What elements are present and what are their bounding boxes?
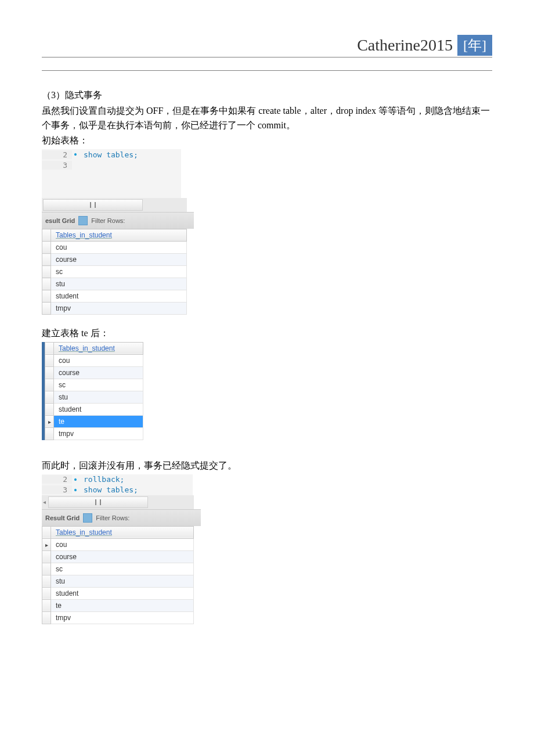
table-cell[interactable]: sc [51,266,187,278]
filter-rows-label: Filter Rows: [91,217,125,224]
table-cell[interactable]: cou [51,242,187,254]
row-header[interactable] [45,427,54,440]
table-cell[interactable]: te [54,415,143,427]
table-cell[interactable]: course [51,254,187,266]
line-number: 2 [42,150,72,159]
row-header[interactable] [45,415,54,427]
table-row[interactable]: course [42,254,187,266]
row-header[interactable] [42,587,51,599]
header-divider [42,70,492,71]
row-header[interactable] [42,278,51,290]
row-header[interactable] [42,254,51,266]
row-header[interactable] [42,575,51,587]
row-header[interactable] [45,354,54,366]
row-header[interactable] [45,403,54,415]
table-cell[interactable]: student [51,587,194,599]
table-row[interactable]: cou [42,242,187,254]
result-grid-2: Tables_in_student coucoursescstustudentt… [45,342,143,440]
row-header[interactable] [42,266,51,278]
row-header[interactable] [42,538,51,550]
row-header[interactable] [42,290,51,303]
sql-editor-1: 2•show tables;3 [42,149,181,198]
row-header[interactable] [42,599,51,611]
table-cell[interactable]: stu [51,278,187,290]
corner-cell [42,526,51,538]
row-header[interactable] [42,550,51,563]
table-cell[interactable]: student [51,290,187,303]
column-header[interactable]: Tables_in_student [54,342,143,354]
screenshot-after-create: Tables_in_student coucoursescstustudentt… [42,342,492,440]
table-cell[interactable]: sc [51,563,194,575]
table-cell[interactable]: course [54,366,143,379]
result-grid-label: esult Grid [45,217,75,224]
sql-line: 2•show tables; [42,149,181,160]
result-grid-toolbar: esult Grid Filter Rows: [42,212,194,229]
grid-icon[interactable] [83,513,92,523]
table-cell[interactable]: cou [54,354,143,366]
page-header: Catherine2015 [年] [42,35,492,57]
table-cell[interactable]: sc [54,379,143,391]
table-row[interactable]: student [42,587,194,599]
table-row[interactable]: stu [42,575,194,587]
table-cell[interactable]: tmpv [54,427,143,440]
table-row[interactable]: tmpv [45,427,143,440]
table-row[interactable]: te [45,415,143,427]
result-grid-toolbar-3: Result Grid Filter Rows: [42,509,201,526]
sql-line: 3•show tables; [42,485,193,495]
line-number: 3 [42,485,72,494]
table-row[interactable]: stu [45,391,143,403]
row-header[interactable] [42,303,51,315]
breakpoint-dot-icon: • [72,477,79,483]
sql-code[interactable]: show tables; [79,485,138,494]
row-header[interactable] [45,391,54,403]
scrollbar-wrap [42,198,187,212]
grid-icon[interactable] [78,216,88,225]
label-after-rollback: 而此时，回滚并没有用，事务已经隐式提交了。 [42,459,492,473]
horizontal-scrollbar[interactable] [43,199,143,211]
row-header[interactable] [45,379,54,391]
sql-code[interactable]: rollback; [79,475,124,484]
table-row[interactable]: cou [45,354,143,366]
table-cell[interactable]: tmpv [51,611,194,624]
scrollbar-wrap-3: ◂ [42,495,194,509]
sql-line: 2•rollback; [42,474,193,485]
table-cell[interactable]: student [54,403,143,415]
row-header[interactable] [45,366,54,379]
line-number: 2 [42,475,72,484]
table-row[interactable]: student [45,403,143,415]
table-row[interactable]: tmpv [42,611,194,624]
table-cell[interactable]: stu [51,575,194,587]
table-cell[interactable]: course [51,550,194,563]
result-grid-label: Result Grid [45,514,80,521]
table-row[interactable]: sc [42,563,194,575]
row-header[interactable] [42,242,51,254]
table-cell[interactable]: cou [51,538,194,550]
line-number: 3 [42,161,72,170]
row-header[interactable] [42,611,51,624]
label-initial-table: 初始表格： [42,134,492,148]
sql-line: 3 [42,160,181,170]
sql-code[interactable]: show tables; [79,150,138,159]
table-row[interactable]: stu [42,278,187,290]
corner-cell [42,229,51,242]
table-row[interactable]: cou [42,538,194,550]
table-row[interactable]: sc [45,379,143,391]
result-grid-1: Tables_in_student coucoursescstustudentt… [42,229,187,315]
label-after-create: 建立表格 te 后： [42,326,492,341]
table-row[interactable]: tmpv [42,303,187,315]
column-header[interactable]: Tables_in_student [51,526,194,538]
table-cell[interactable]: tmpv [51,303,187,315]
table-row[interactable]: student [42,290,187,303]
row-header[interactable] [42,563,51,575]
table-row[interactable]: sc [42,266,187,278]
table-row[interactable]: te [42,599,194,611]
scroll-arrow-left-icon[interactable]: ◂ [42,499,47,505]
horizontal-scrollbar-3[interactable] [48,496,148,508]
screenshot-after-rollback: 2•rollback;3•show tables; ◂ Result Grid … [42,474,492,624]
table-cell[interactable]: te [51,599,194,611]
column-header[interactable]: Tables_in_student [51,229,187,242]
table-row[interactable]: course [45,366,143,379]
table-row[interactable]: course [42,550,194,563]
result-grid-3: Tables_in_student coucoursescstustudentt… [42,526,194,624]
table-cell[interactable]: stu [54,391,143,403]
